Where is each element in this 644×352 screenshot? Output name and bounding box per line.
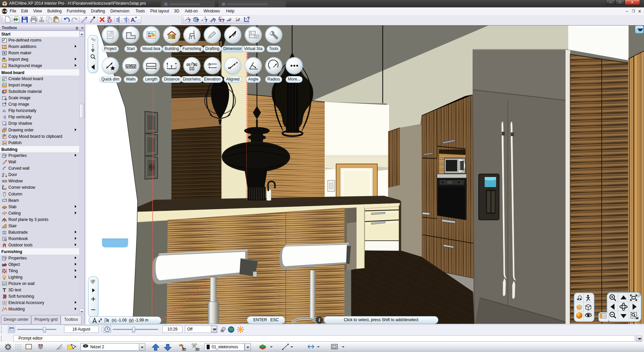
svg-text:3m: 3m [231, 32, 236, 37]
svg-text:A: A [131, 17, 135, 23]
svg-text:?: ? [196, 18, 199, 23]
svg-text:?: ? [205, 18, 208, 23]
svg-text:3D: 3D [182, 348, 186, 351]
svg-text:?: ? [222, 18, 225, 23]
svg-text:α: α [229, 18, 231, 21]
svg-text:?: ? [188, 18, 191, 23]
svg-text:?: ? [213, 18, 216, 23]
svg-text:R: R [106, 318, 109, 322]
svg-text:Σ: Σ [219, 18, 222, 22]
svg-text:?: ? [247, 16, 250, 21]
svg-text:α: α [238, 18, 240, 21]
svg-text:2: 2 [5, 239, 6, 241]
svg-text:3D: 3D [195, 348, 200, 351]
